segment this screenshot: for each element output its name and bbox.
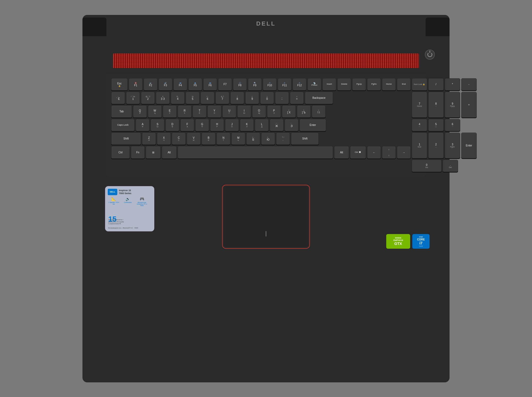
key-enter[interactable]: Enter xyxy=(300,119,326,131)
key-pgdn[interactable]: PgDn xyxy=(367,78,381,91)
key-tab[interactable]: Tab xyxy=(111,105,132,118)
key-spacebar[interactable] xyxy=(178,146,333,159)
key-quote[interactable]: " , Э xyxy=(285,119,298,131)
key-period[interactable]: > . Ю xyxy=(261,133,275,145)
key-rbracket[interactable]: } ] Ъ xyxy=(297,105,311,118)
key-num-8[interactable]: 8 ↑ xyxy=(428,92,444,118)
key-t[interactable]: T Е xyxy=(193,105,206,118)
key-lbracket[interactable]: { [ Х xyxy=(282,105,296,118)
key-backspace[interactable]: Backspace xyxy=(305,92,333,104)
key-num-dot[interactable]: . Del xyxy=(443,160,458,172)
key-1[interactable]: ! " № 1 xyxy=(126,92,140,104)
key-shift-right[interactable]: Shift xyxy=(291,133,319,145)
key-num-7[interactable]: 7 Home xyxy=(412,92,427,118)
key-home[interactable]: Home xyxy=(382,78,396,91)
key-f6[interactable]: ⏭ F6 xyxy=(203,78,217,91)
key-6[interactable]: ^ : 6 xyxy=(201,92,214,104)
key-q[interactable]: Q Й xyxy=(133,105,147,118)
key-equals[interactable]: + = xyxy=(290,92,304,104)
key-minus[interactable]: _ - xyxy=(275,92,289,104)
key-alt-left[interactable]: Alt xyxy=(162,146,177,159)
key-insert[interactable]: Insert xyxy=(322,78,336,91)
key-b[interactable]: B И xyxy=(202,133,215,145)
key-num-enter[interactable]: Enter xyxy=(461,133,477,158)
key-num-minus[interactable]: - xyxy=(461,78,477,91)
key-w[interactable]: W Ц xyxy=(148,105,162,118)
key-n[interactable]: N Т xyxy=(217,133,230,145)
key-end[interactable]: End xyxy=(397,78,411,91)
key-j[interactable]: J О xyxy=(225,119,239,131)
key-f4[interactable]: ⏮ F4 xyxy=(173,78,187,91)
key-p[interactable]: P З xyxy=(267,105,281,118)
key-3[interactable]: # 3 З xyxy=(156,92,170,104)
key-arrow-left[interactable]: ← xyxy=(367,146,381,159)
key-num-2[interactable]: 2 ↓ xyxy=(428,133,444,158)
key-c[interactable]: C С xyxy=(172,133,186,145)
key-comma[interactable]: < , Б xyxy=(246,133,260,145)
key-capslock[interactable]: Caps Lock xyxy=(111,119,135,131)
key-5[interactable]: % 5 xyxy=(186,92,200,104)
key-x[interactable]: X Ч xyxy=(157,133,171,145)
key-num-4[interactable]: 4 ← xyxy=(412,119,427,131)
key-s[interactable]: S Ы xyxy=(151,119,164,131)
key-semicolon[interactable]: : " ; Ж xyxy=(270,119,284,131)
key-4[interactable]: $ ; 4 xyxy=(171,92,185,104)
key-num-slash[interactable]: / xyxy=(428,78,444,91)
key-f[interactable]: F А xyxy=(180,119,194,131)
key-num-1[interactable]: 1 End xyxy=(412,133,427,158)
key-8[interactable]: * 8 xyxy=(230,92,244,104)
key-f9[interactable]: 🔍 F9 xyxy=(248,78,262,91)
key-g[interactable]: G П xyxy=(195,119,209,131)
key-2[interactable]: @ " 2 2 xyxy=(141,92,155,104)
touchpad[interactable] xyxy=(224,186,308,247)
key-o[interactable]: O Щ xyxy=(252,105,266,118)
key-num-plus[interactable]: + xyxy=(461,92,477,118)
key-arrow-updown[interactable]: ↑ ↓ xyxy=(382,146,396,159)
key-num-6[interactable]: 6 → xyxy=(445,119,460,131)
key-num-9[interactable]: 9 PgUp xyxy=(445,92,460,118)
key-num-5[interactable]: 5 — xyxy=(428,119,444,131)
key-0[interactable]: ) 0 xyxy=(260,92,274,104)
key-u[interactable]: U Г xyxy=(222,105,236,118)
key-f1[interactable]: 🔇 F1 xyxy=(129,78,143,91)
key-k[interactable]: K Л xyxy=(240,119,254,131)
key-f10[interactable]: ☀ F10 xyxy=(263,78,277,91)
key-z[interactable]: Z Я xyxy=(142,133,156,145)
key-i[interactable]: I Ш xyxy=(237,105,251,118)
power-button[interactable] xyxy=(425,50,435,60)
key-windows[interactable]: ⊞ xyxy=(146,146,161,159)
key-9[interactable]: ( 9 xyxy=(245,92,259,104)
key-e[interactable]: E У xyxy=(163,105,177,118)
key-f3[interactable]: 🔊 F3 xyxy=(159,78,172,91)
key-prtscr[interactable]: 📡 PrtScr xyxy=(307,78,321,91)
key-v[interactable]: V М xyxy=(187,133,201,145)
key-arrow-right[interactable]: → xyxy=(397,146,411,159)
key-m[interactable]: M Ь xyxy=(231,133,245,145)
key-num-asterisk[interactable]: * xyxy=(445,78,460,91)
key-d[interactable]: D В xyxy=(165,119,179,131)
key-f11[interactable]: ✳ F11 xyxy=(278,78,292,91)
key-pgup[interactable]: PgUp xyxy=(352,78,366,91)
key-num-3[interactable]: 3 PgDn xyxy=(445,133,460,158)
key-num-0[interactable]: 0 Ins xyxy=(412,160,442,172)
key-alt-right[interactable]: Alt xyxy=(334,146,349,159)
key-l[interactable]: L Д xyxy=(255,119,269,131)
key-f12[interactable]: ✳ F12 xyxy=(293,78,306,91)
key-f7[interactable]: F7 xyxy=(218,78,232,91)
key-7[interactable]: & ? 7 xyxy=(215,92,229,104)
key-ctrl-right[interactable]: Ctrl 🔲 xyxy=(350,146,366,159)
key-f5[interactable]: ▶ F5 xyxy=(188,78,202,91)
key-y[interactable]: Y Н xyxy=(207,105,221,118)
key-r[interactable]: R К xyxy=(178,105,192,118)
key-esc[interactable]: Esc 🔒 xyxy=(111,78,128,91)
key-shift-left[interactable]: Shift xyxy=(111,133,141,145)
key-f8[interactable]: 🖵 F8 xyxy=(233,78,247,91)
key-fn[interactable]: Fn xyxy=(131,146,145,159)
key-f2[interactable]: 🔉 F2 xyxy=(144,78,157,91)
key-slash[interactable]: ? / . xyxy=(276,133,290,145)
key-ctrl-left[interactable]: Ctrl xyxy=(111,146,130,159)
key-h[interactable]: H Р xyxy=(210,119,224,131)
key-backtick[interactable]: ~ ` Ё xyxy=(111,92,125,104)
key-backslash[interactable]: | \ \ xyxy=(312,105,326,118)
key-a[interactable]: A Ф xyxy=(136,119,149,131)
